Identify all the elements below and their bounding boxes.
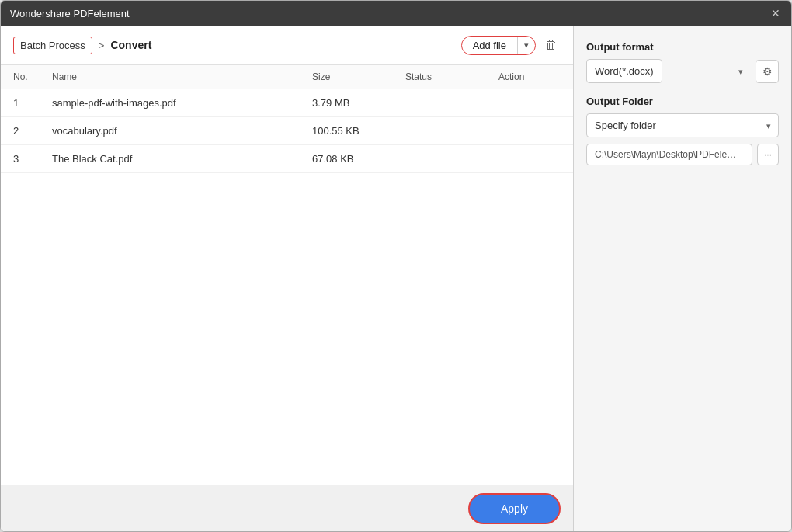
main-content: Batch Process > Convert Add file ▾ 🗑 No.… — [1, 26, 791, 531]
col-size-header: Size — [312, 71, 405, 82]
toolbar: Batch Process > Convert Add file ▾ 🗑 — [1, 26, 573, 65]
folder-path-text: C:\Users\Mayn\Desktop\PDFelement\C — [586, 144, 752, 165]
row-2-no: 2 — [13, 125, 52, 137]
output-format-section: Output format Word(*.docx) ⚙ — [586, 41, 779, 83]
app-window: Wondershare PDFelement ✕ Batch Process >… — [0, 0, 792, 532]
add-file-button[interactable]: Add file — [462, 37, 517, 54]
row-2-name: vocabulary.pdf — [52, 125, 312, 137]
col-no-header: No. — [13, 71, 52, 82]
row-1-name: sample-pdf-with-images.pdf — [52, 97, 312, 109]
row-3-name: The Black Cat.pdf — [52, 153, 312, 165]
breadcrumb-arrow: > — [99, 40, 105, 51]
window-title: Wondershare PDFelement — [10, 8, 769, 19]
current-page-label: Convert — [110, 39, 454, 51]
col-name-header: Name — [52, 71, 312, 82]
left-panel: Batch Process > Convert Add file ▾ 🗑 No.… — [1, 26, 574, 531]
row-1-no: 1 — [13, 97, 52, 109]
footer: Apply — [1, 485, 573, 531]
delete-button[interactable]: 🗑 — [542, 35, 561, 55]
format-select-container: Word(*.docx) — [586, 59, 751, 83]
row-3-no: 3 — [13, 153, 52, 165]
folder-select-wrapper: Specify folder — [586, 113, 779, 137]
table-row: 1 sample-pdf-with-images.pdf 3.79 MB — [1, 89, 573, 117]
format-select-wrapper: Word(*.docx) ⚙ — [586, 59, 779, 83]
add-file-dropdown-button[interactable]: ▾ — [517, 37, 535, 54]
folder-select[interactable]: Specify folder — [586, 113, 779, 137]
col-status-header: Status — [405, 71, 498, 82]
output-folder-section: Output Folder Specify folder C:\Users\Ma… — [586, 96, 779, 165]
table-body: 1 sample-pdf-with-images.pdf 3.79 MB 2 v… — [1, 89, 573, 485]
output-format-title: Output format — [586, 41, 779, 53]
folder-browse-button[interactable]: ··· — [757, 144, 779, 165]
table-header: No. Name Size Status Action — [1, 65, 573, 89]
window-controls: ✕ — [769, 7, 782, 19]
folder-path-row: C:\Users\Mayn\Desktop\PDFelement\C ··· — [586, 144, 779, 165]
output-folder-title: Output Folder — [586, 96, 779, 107]
title-bar: Wondershare PDFelement ✕ — [1, 1, 791, 26]
right-panel: Output format Word(*.docx) ⚙ Output Fold… — [574, 26, 791, 531]
format-settings-button[interactable]: ⚙ — [756, 60, 779, 83]
close-button[interactable]: ✕ — [769, 7, 782, 19]
apply-button[interactable]: Apply — [468, 493, 561, 524]
row-2-size: 100.55 KB — [312, 125, 405, 137]
col-action-header: Action — [498, 71, 561, 82]
row-1-size: 3.79 MB — [312, 97, 405, 109]
table-row: 3 The Black Cat.pdf 67.08 KB — [1, 145, 573, 173]
add-file-group: Add file ▾ — [461, 36, 536, 55]
table-row: 2 vocabulary.pdf 100.55 KB — [1, 117, 573, 145]
row-3-size: 67.08 KB — [312, 153, 405, 165]
format-select[interactable]: Word(*.docx) — [586, 59, 662, 83]
batch-process-breadcrumb[interactable]: Batch Process — [13, 37, 92, 54]
